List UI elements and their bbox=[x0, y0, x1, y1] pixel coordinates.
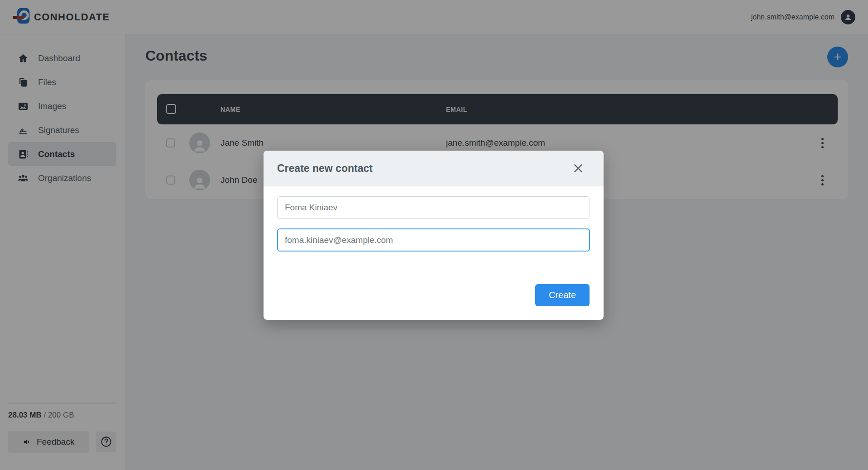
contact-name-input[interactable] bbox=[277, 196, 590, 219]
create-button[interactable]: Create bbox=[535, 284, 590, 306]
create-contact-modal: Create new contact Create bbox=[264, 151, 604, 320]
modal-header: Create new contact bbox=[264, 151, 604, 186]
modal-title: Create new contact bbox=[277, 162, 373, 175]
contact-email-input[interactable] bbox=[277, 228, 590, 252]
close-icon bbox=[572, 162, 584, 174]
close-button[interactable] bbox=[571, 161, 585, 176]
